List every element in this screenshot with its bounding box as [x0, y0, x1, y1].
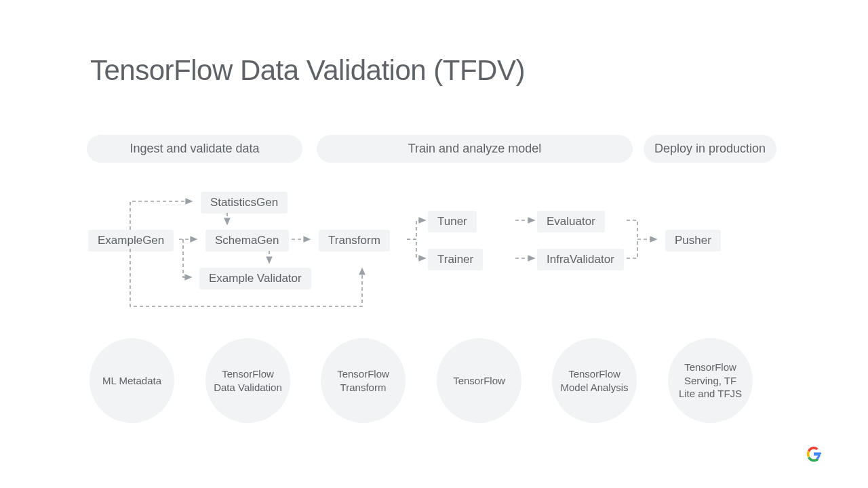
box-example-validator: Example Validator [199, 268, 311, 289]
box-example-gen: ExampleGen [88, 230, 174, 251]
box-schema-gen: SchemaGen [205, 230, 289, 251]
circle-tf-transform: TensorFlow Transform [321, 338, 406, 423]
box-infra-validator: InfraValidator [537, 249, 624, 270]
google-cloud-icon [804, 444, 824, 464]
section-ingest: Ingest and validate data [87, 135, 302, 163]
circle-tfdv: TensorFlow Data Validation [205, 338, 290, 423]
box-trainer: Trainer [428, 249, 483, 270]
circle-tf-serving: TensorFlow Serving, TF Lite and TFJS [668, 338, 753, 423]
circle-tfma: TensorFlow Model Analysis [552, 338, 637, 423]
box-pusher: Pusher [665, 230, 721, 251]
box-transform: Transform [319, 230, 390, 251]
box-tuner: Tuner [428, 211, 477, 232]
circle-ml-metadata: ML Metadata [90, 338, 174, 423]
circle-tensorflow: TensorFlow [437, 338, 521, 423]
box-evaluator: Evaluator [537, 211, 605, 232]
page-title: TensorFlow Data Validation (TFDV) [90, 54, 525, 87]
box-statistics-gen: StatisticsGen [201, 192, 288, 214]
section-deploy: Deploy in production [644, 135, 776, 163]
section-train: Train and analyze model [317, 135, 633, 163]
